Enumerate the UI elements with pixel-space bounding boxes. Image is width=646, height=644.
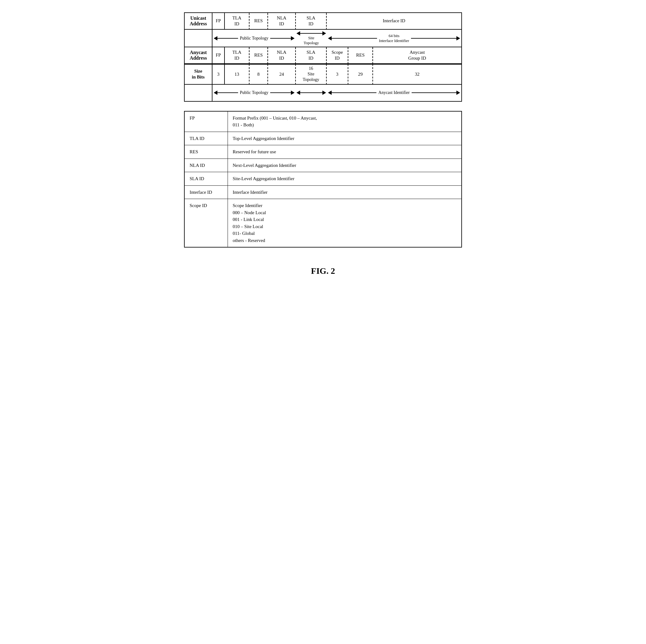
unicast-res: RES <box>249 13 268 30</box>
unicast-label: UnicastAddress <box>185 13 212 30</box>
arrow-line-public <box>217 38 238 38</box>
anycast-identifier-annot: Anycast Identifier <box>327 90 461 95</box>
unicast-iface: Interface ID <box>327 13 462 30</box>
iface-identifier-annot: 64 bitsInterface Identifier <box>327 33 461 43</box>
size-arrow-left-public <box>214 91 217 95</box>
legend-term-scope: Scope ID <box>184 199 228 248</box>
unicast-nla: NLAID <box>268 13 296 30</box>
legend-def-fp: Format Prefix (001 – Unicast, 010 – Anyc… <box>228 111 462 132</box>
size-tla: 13 <box>225 64 249 85</box>
arrow-line-iface2 <box>411 38 456 38</box>
size-arrow-line-public <box>217 92 238 93</box>
public-topology-label: Public Topology <box>238 36 271 41</box>
size-public-topology-label: Public Topology <box>238 90 271 95</box>
legend-row-nla: NLA ID Next-Level Aggregation Identifier <box>184 159 462 172</box>
size-arrow-right-site <box>322 91 326 95</box>
unicast-row: UnicastAddress FP TLAID RES NLAID SLAID … <box>184 12 462 30</box>
legend-term-res: RES <box>184 145 228 159</box>
legend-row-tla: TLA ID Top-Level Aggregation Identifier <box>184 131 462 145</box>
unicast-tla: TLAID <box>225 13 249 30</box>
legend-row-scope: Scope ID Scope Identifier000 – Node Loca… <box>184 199 462 248</box>
anycast-grp: AnycastGroup ID <box>373 47 462 64</box>
arrow-left-iface <box>328 36 332 40</box>
anycast-row: AnycastAddress FP TLAID RES NLAID SLAID … <box>184 47 462 64</box>
legend-table: FP Format Prefix (001 – Unicast, 010 – A… <box>184 111 462 248</box>
legend-def-iface: Interface Identifier <box>228 185 462 199</box>
legend-term-sla: SLA ID <box>184 172 228 186</box>
legend-row-iface: Interface ID Interface Identifier <box>184 185 462 199</box>
size-sla: 16SiteTopology <box>296 64 327 85</box>
anycast-res: RES <box>249 47 268 64</box>
size-anygrp: 32 <box>373 64 462 85</box>
anycast-res2: RES <box>348 47 373 64</box>
legend-row-sla: SLA ID Site-Level Aggregation Identifier <box>184 172 462 186</box>
size-res2: 29 <box>348 64 373 85</box>
size-arrow-right-public <box>291 91 295 95</box>
anycast-label: AnycastAddress <box>185 47 212 64</box>
anycast-nla: NLAID <box>268 47 296 64</box>
size-label: Sizein Bits <box>185 64 212 85</box>
size-site-topology-annot <box>296 91 327 95</box>
anycast-identifier-label: Anycast Identifier <box>376 90 411 95</box>
legend-def-tla: Top-Level Aggregation Identifier <box>228 131 462 145</box>
arrow-line-public2 <box>270 38 291 38</box>
arrow-left-anycast <box>328 91 332 95</box>
arrow-line-site <box>300 33 322 34</box>
anycast-tla: TLAID <box>225 47 249 64</box>
legend-term-nla: NLA ID <box>184 159 228 172</box>
site-topology-annot: SiteTopology <box>296 31 327 45</box>
size-arrow-line-site <box>300 92 322 93</box>
size-public-topology-arrow: Public Topology <box>212 90 296 95</box>
size-row: Sizein Bits 3 13 8 24 16SiteTopology 3 2… <box>184 64 462 85</box>
fig-caption: FIG. 2 <box>311 266 335 276</box>
legend-row-res: RES Reserved for future use <box>184 145 462 159</box>
arrow-line-iface <box>332 38 377 38</box>
iface-64bits-label: 64 bitsInterface Identifier <box>377 33 411 43</box>
arrow-right-site <box>322 31 326 35</box>
size-arrow-line-public2 <box>270 92 291 93</box>
size-res: 8 <box>249 64 268 85</box>
legend-def-scope: Scope Identifier000 – Node Local001 - Li… <box>228 199 462 248</box>
unicast-sla: SLAID <box>296 13 327 30</box>
legend-def-sla: Site-Level Aggregation Identifier <box>228 172 462 186</box>
anycast-scope: ScopeID <box>327 47 348 64</box>
arrow-left-public <box>214 36 217 40</box>
arrow-right-public <box>291 36 295 40</box>
site-topology-label: SiteTopology <box>304 35 319 45</box>
public-topology-arrow: Public Topology <box>212 36 296 41</box>
size-arrow-left-site <box>297 91 300 95</box>
arrow-line-anycast <box>332 92 376 93</box>
legend-row-fp: FP Format Prefix (001 – Unicast, 010 – A… <box>184 111 462 132</box>
anycast-fields: FP TLAID RES NLAID SLAID ScopeID RES Any… <box>212 47 462 64</box>
diagram: UnicastAddress FP TLAID RES NLAID SLAID … <box>184 12 462 102</box>
arrow-line-anycast2 <box>412 92 456 93</box>
unicast-fields: FP TLAID RES NLAID SLAID Interface ID <box>212 13 462 30</box>
legend-def-res: Reserved for future use <box>228 145 462 159</box>
anycast-sla: SLAID <box>296 47 327 64</box>
legend-term-iface: Interface ID <box>184 185 228 199</box>
size-scope: 3 <box>327 64 348 85</box>
unicast-fp: FP <box>212 13 225 30</box>
size-annot-row: Public Topology Anycast Identifier <box>184 85 462 102</box>
arrow-left-site <box>297 31 300 35</box>
anycast-fp: FP <box>212 47 225 64</box>
legend-def-nla: Next-Level Aggregation Identifier <box>228 159 462 172</box>
legend-term-tla: TLA ID <box>184 131 228 145</box>
legend-term-fp: FP <box>184 111 228 132</box>
size-fp: 3 <box>212 64 225 85</box>
arrow-right-anycast <box>456 91 460 95</box>
size-nla: 24 <box>268 64 296 85</box>
unicast-annot-row: Public Topology SiteTopology 64 bitsInte… <box>184 30 462 47</box>
arrow-right-iface <box>456 36 460 40</box>
size-fields: 3 13 8 24 16SiteTopology 3 29 32 <box>212 64 462 85</box>
